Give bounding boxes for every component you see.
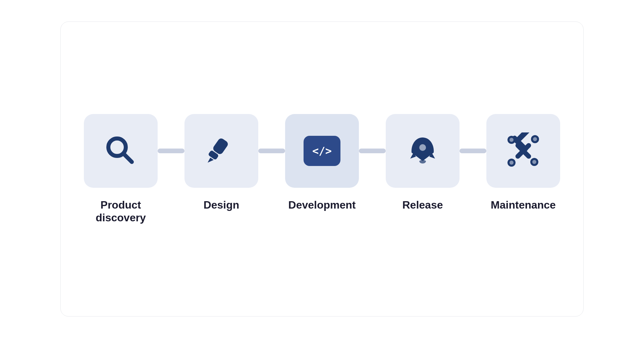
stage-label-product-discovery: Productdiscovery <box>96 199 146 224</box>
svg-point-16 <box>509 161 514 165</box>
icon-box-release <box>386 114 460 188</box>
pen-icon <box>203 132 240 169</box>
icon-box-maintenance <box>486 114 560 188</box>
stage-development: </> Development <box>285 114 359 211</box>
connector-1 <box>158 149 184 153</box>
stage-design: Design <box>184 114 258 211</box>
svg-text:</>: </> <box>312 145 332 157</box>
icon-box-design <box>184 114 258 188</box>
svg-line-1 <box>123 154 132 162</box>
connector-2 <box>258 149 285 153</box>
stage-release: Release <box>386 114 460 211</box>
code-icon: </> <box>312 141 332 161</box>
rocket-icon <box>404 132 441 169</box>
code-brackets-box: </> <box>304 136 340 166</box>
connector-3 <box>359 149 386 153</box>
main-container: Productdiscovery Design <box>60 21 584 317</box>
wrench-icon <box>505 132 542 169</box>
svg-point-2 <box>112 143 118 148</box>
search-icon <box>102 132 139 169</box>
icon-box-development: </> <box>285 114 359 188</box>
svg-point-11 <box>532 160 536 164</box>
svg-point-9 <box>509 138 514 142</box>
stage-label-maintenance: Maintenance <box>491 199 556 211</box>
svg-point-14 <box>533 137 537 141</box>
stage-label-design: Design <box>204 199 239 211</box>
connector-4 <box>460 149 486 153</box>
icon-box-product-discovery <box>84 114 158 188</box>
stage-label-release: Release <box>402 199 443 211</box>
stage-maintenance: Maintenance <box>486 114 560 211</box>
svg-point-6 <box>419 144 426 151</box>
stage-label-development: Development <box>288 199 356 211</box>
stage-product-discovery: Productdiscovery <box>84 114 158 224</box>
svg-rect-12 <box>514 132 532 144</box>
pipeline-flow: Productdiscovery Design <box>84 114 560 224</box>
